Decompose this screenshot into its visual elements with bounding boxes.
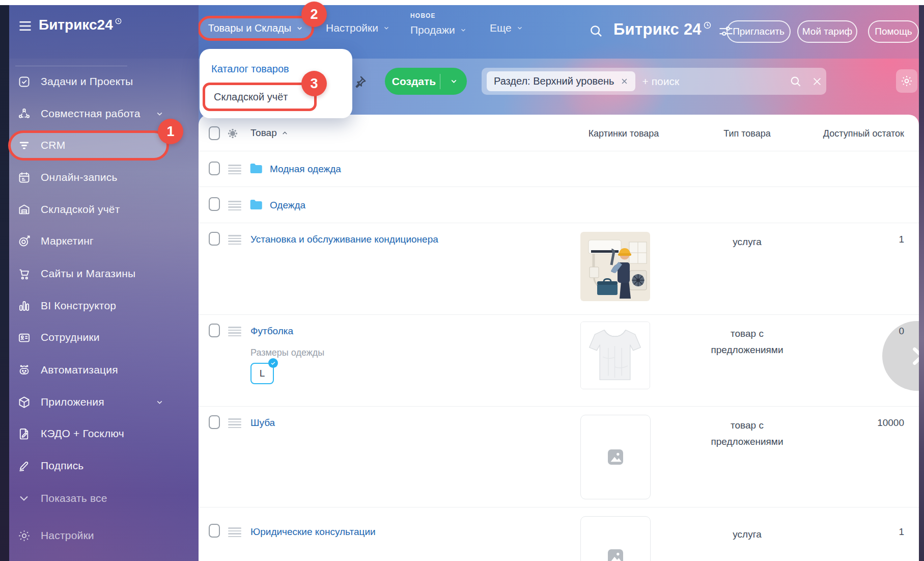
sidebar-item-signature[interactable]: Подпись	[9, 451, 199, 480]
menu-more[interactable]: Еще	[490, 22, 523, 34]
folder-link[interactable]: Одежда	[270, 200, 305, 211]
document-pencil-icon	[17, 426, 31, 441]
folder-icon[interactable]	[249, 163, 263, 174]
column-label: Тип товара	[723, 128, 770, 139]
chevron-down-icon	[450, 77, 458, 86]
property-label: Размеры одежды	[250, 348, 324, 358]
column-header-stock[interactable]: Доступный остаток	[804, 128, 904, 139]
sidebar-item-label: Совместная работа	[41, 108, 141, 120]
sidebar-item-label: Сайты и Магазины	[41, 268, 135, 280]
dropdown-item-label: Складской учёт	[214, 91, 288, 103]
selected-check-icon	[268, 358, 278, 368]
product-link[interactable]: Футболка	[250, 326, 293, 337]
filter-search-bar[interactable]: Раздел: Верхний уровень + поиск	[482, 68, 826, 95]
menu-products-warehouses[interactable]: Товары и Склады	[198, 16, 314, 41]
sidebar-item-automation[interactable]: Автоматизация	[9, 356, 199, 384]
row-checkbox[interactable]	[209, 232, 220, 246]
menu-more-label: Еще	[490, 22, 512, 34]
no-image-placeholder[interactable]	[580, 415, 651, 499]
drag-handle[interactable]	[228, 235, 241, 245]
create-button[interactable]: Создать	[385, 68, 467, 95]
product-image-ac-service[interactable]	[580, 232, 650, 301]
sidebar-item-label: Показать все	[41, 492, 107, 504]
row-checkbox[interactable]	[209, 162, 220, 175]
invite-button[interactable]: Пригласить	[726, 20, 791, 43]
annotation-step-badge: 1	[158, 119, 183, 144]
chevron-down-icon	[516, 24, 523, 32]
no-image-placeholder[interactable]	[580, 516, 651, 561]
sidebar: Битрикс24 Задачи и Проекты Совместная ра…	[9, 5, 199, 561]
chevron-down-icon	[383, 24, 390, 32]
image-placeholder-icon	[605, 447, 626, 467]
sidebar-item-settings[interactable]: Настройки	[9, 521, 199, 550]
logo-number: 24	[684, 20, 701, 39]
sidebar-item-label: Онлайн-запись	[41, 171, 118, 183]
product-link[interactable]: Шуба	[250, 417, 275, 429]
table-settings-gear-icon[interactable]	[227, 127, 239, 140]
annotation-step-badge: 3	[301, 71, 327, 96]
column-header-product[interactable]: Товар	[250, 127, 288, 139]
product-image-tshirt[interactable]	[580, 322, 650, 389]
hamburger-menu-icon[interactable]	[18, 20, 32, 32]
sidebar-item-employees[interactable]: Сотрудники	[9, 323, 199, 352]
drag-handle[interactable]	[228, 201, 241, 210]
drag-handle[interactable]	[228, 418, 241, 428]
drag-handle[interactable]	[228, 165, 241, 174]
product-type-line1: товар с	[708, 417, 787, 434]
row-divider	[199, 151, 919, 151]
row-checkbox[interactable]	[209, 524, 220, 538]
sidebar-item-bi-builder[interactable]: BI Конструктор	[9, 291, 199, 320]
sidebar-item-apps[interactable]: Приложения	[9, 388, 199, 416]
row-checkbox[interactable]	[209, 197, 220, 211]
product-link[interactable]: Установка и обслуживание кондиционера	[250, 234, 438, 245]
pen-icon	[17, 459, 31, 473]
sidebar-item-sites-stores[interactable]: Сайты и Магазины	[9, 259, 199, 288]
dropdown-item-inventory[interactable]: Складской учёт	[203, 83, 317, 111]
invite-label: Пригласить	[733, 26, 785, 37]
column-label: Товар	[250, 127, 277, 139]
remove-filter-icon[interactable]	[621, 77, 628, 85]
row-checkbox[interactable]	[209, 415, 220, 429]
sidebar-item-inventory[interactable]: Складской учёт	[9, 195, 199, 224]
sidebar-item-label: Задачи и Проекты	[41, 75, 133, 88]
sidebar-item-tasks[interactable]: Задачи и Проекты	[9, 67, 199, 96]
sidebar-item-marketing[interactable]: Маркетинг	[9, 227, 199, 255]
menu-settings[interactable]: Настройки	[326, 22, 390, 34]
sidebar-item-kedo-goskey[interactable]: КЭДО + Госключ	[9, 419, 199, 448]
sidebar-item-label: Подпись	[41, 460, 84, 472]
search-icon[interactable]	[589, 23, 604, 39]
select-all-checkbox[interactable]	[209, 126, 220, 140]
search-icon[interactable]	[789, 75, 802, 88]
pin-icon[interactable]	[351, 74, 368, 91]
sidebar-item-label: Сотрудники	[41, 331, 100, 343]
sidebar-item-online-booking[interactable]: Онлайн-запись	[9, 163, 199, 192]
grid-settings-button[interactable]	[896, 69, 917, 93]
gear-icon	[17, 528, 31, 543]
help-label: Помощь	[875, 26, 912, 37]
folder-link[interactable]: Модная одежда	[270, 164, 341, 175]
clear-search-icon[interactable]	[811, 76, 823, 87]
bitrix24-app: Товары и Склады Настройки НОВОЕ Продажи …	[0, 0, 924, 561]
bitrix24-logo: Битрикс 24	[613, 20, 734, 39]
row-divider	[199, 223, 919, 223]
tasks-icon	[17, 74, 31, 89]
bar-chart-icon	[17, 299, 31, 313]
folder-icon[interactable]	[249, 199, 263, 210]
menu-sales[interactable]: Продажи	[410, 24, 467, 36]
sidebar-item-label: Складской учёт	[41, 203, 120, 216]
dropdown-item-catalog[interactable]: Каталог товаров	[211, 63, 289, 75]
filter-chip-section[interactable]: Раздел: Верхний уровень	[487, 71, 635, 91]
sidebar-item-show-all[interactable]: Показать все	[9, 484, 199, 513]
drag-handle[interactable]	[228, 527, 241, 537]
sidebar-item-label: BI Конструктор	[41, 300, 116, 312]
help-button[interactable]: Помощь	[868, 20, 919, 43]
create-dropdown-toggle[interactable]	[440, 77, 467, 86]
my-plan-button[interactable]: Мой тариф	[797, 20, 857, 43]
row-checkbox[interactable]	[209, 324, 220, 337]
product-link[interactable]: Юридические консультации	[250, 526, 376, 538]
column-header-type[interactable]: Тип товара	[708, 128, 787, 139]
column-header-images[interactable]: Картинки товара	[575, 128, 672, 139]
drag-handle[interactable]	[228, 327, 241, 336]
clock-badge-icon	[704, 21, 711, 29]
chevron-down-icon	[296, 24, 303, 32]
